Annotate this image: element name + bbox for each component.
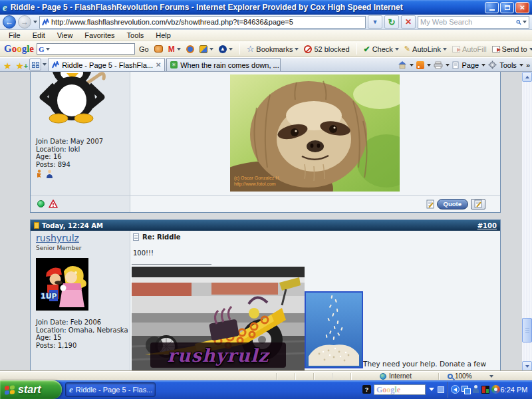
username-link[interactable]: rushyrulz (36, 233, 79, 243)
zoom-control[interactable]: 100% (440, 372, 493, 380)
quick-tabs-button[interactable] (29, 59, 41, 70)
tray-display-icon[interactable] (481, 386, 489, 394)
tray-messenger-icon[interactable] (472, 385, 479, 394)
toolbar-overflow-chevron[interactable]: » (526, 61, 530, 69)
address-field[interactable] (39, 16, 366, 29)
user-title: Senior Member (36, 245, 82, 251)
page-menu-button[interactable]: Page (462, 61, 479, 69)
taskbar-google-searchbox[interactable]: Google (374, 384, 426, 395)
tab-riddle[interactable]: Riddle - Page 5 - FlashFla... ✕ (48, 58, 165, 71)
print-dropdown-icon[interactable] (446, 64, 450, 66)
autolink-button[interactable]: ✎AutoLink (403, 45, 448, 53)
google-toolbar: Google G Go M ▲ ☆Bookmarks 52 blocked ✔C… (0, 41, 532, 57)
close-button[interactable]: ✕ (515, 2, 529, 13)
menu-view[interactable]: View (51, 31, 79, 40)
scroll-down-button[interactable] (522, 361, 532, 371)
address-dropdown-button[interactable]: ▼ (368, 15, 382, 29)
back-button[interactable]: ← (3, 15, 16, 29)
menu-file[interactable]: File (3, 31, 27, 40)
feeds-dropdown-icon[interactable] (427, 64, 431, 66)
sloth-image: (c) Oscar Gonzalez H. http://www.fotol.c… (230, 74, 400, 192)
popup-blocker-button[interactable]: 52 blocked (303, 45, 350, 53)
signature-banner-text: rushyrulz (150, 342, 286, 368)
page-dropdown-icon[interactable] (481, 64, 485, 66)
menu-favorites[interactable]: Favorites (78, 31, 120, 40)
tab-rain[interactable]: ✳ When the rain comes down, ... (166, 58, 281, 71)
stop-button[interactable]: ✕ (401, 15, 416, 29)
security-zone: Internet (352, 372, 438, 380)
google-search-box[interactable]: G (37, 43, 135, 55)
scroll-up-button[interactable] (522, 72, 532, 82)
page-viewport: Join Date: May 2007 Location: lokl Age: … (0, 72, 522, 371)
vertical-scrollbar[interactable] (522, 72, 532, 371)
post-subject: Re: Riddle (142, 233, 181, 241)
post-header: Today, 12:24 AM #100 (31, 220, 500, 231)
snail-icon (154, 45, 163, 53)
orbit-button[interactable] (185, 45, 196, 53)
post-user-cell: rushyrulz Senior Member (31, 231, 130, 371)
report-post-icon[interactable] (49, 200, 58, 208)
taskbar-button-riddle[interactable]: e Riddle - Page 5 - Flas... (65, 382, 156, 397)
web-search-input[interactable] (420, 18, 515, 26)
bookmarks-button[interactable]: ☆Bookmarks (245, 45, 301, 53)
sendto-button[interactable]: Send to (491, 45, 532, 53)
menu-tools[interactable]: Tools (121, 31, 150, 40)
zone-label: Internet (389, 372, 412, 380)
search-dropdown-icon[interactable] (523, 21, 527, 23)
google-search-dropdown-icon[interactable] (46, 48, 50, 51)
windows-flag-icon (5, 385, 15, 395)
scroll-thumb[interactable] (522, 318, 532, 342)
popout-button[interactable] (153, 45, 164, 53)
tools-dropdown-icon[interactable] (519, 64, 523, 66)
go-button[interactable]: Go (138, 45, 150, 53)
tools-menu-button[interactable]: Tools (499, 61, 517, 69)
globe-icon (380, 373, 386, 380)
restore-button[interactable] (500, 2, 514, 13)
feeds-icon[interactable] (416, 61, 424, 69)
menu-edit[interactable]: Edit (27, 31, 51, 40)
tab-close-icon[interactable]: ✕ (156, 61, 161, 68)
refresh-button[interactable]: ↻ (384, 15, 399, 29)
forward-button[interactable]: → (18, 15, 31, 29)
post-count: Posts: 1,190 (36, 342, 128, 350)
menu-help[interactable]: Help (150, 31, 177, 40)
spellcheck-button[interactable]: ✔Check (362, 45, 400, 54)
tray-network-icon[interactable] (462, 386, 470, 394)
post-user-details: Join Date: Feb 2006 Location: Omaha, Neb… (36, 319, 128, 349)
join-date: Join Date: Feb 2006 (36, 319, 128, 327)
restore-icon (505, 5, 510, 10)
orbit-icon (186, 45, 194, 53)
tray-back-arrow-icon[interactable] (451, 385, 460, 394)
age: Age: 15 (36, 334, 128, 342)
addons-button[interactable] (198, 45, 215, 53)
print-icon[interactable] (434, 61, 443, 69)
home-icon[interactable] (398, 61, 407, 69)
web-search-box[interactable] (418, 16, 529, 29)
search-magnifier-icon[interactable] (516, 19, 521, 26)
deskbar-dropdown-icon[interactable] (429, 388, 434, 391)
post-number-link[interactable]: #100 (477, 222, 497, 229)
bookmarks-dropdown-icon (295, 48, 299, 51)
toolbar-separator (356, 43, 357, 55)
aol-button[interactable]: ▲ (217, 45, 234, 53)
multiquote-button[interactable] (471, 199, 485, 209)
taskbar-clock[interactable]: 6:24 PM (497, 380, 531, 399)
favorites-center-button[interactable]: ★ (2, 61, 13, 71)
deskbar-button[interactable] (438, 386, 444, 393)
location: Location: Omaha, Nebraska (36, 327, 128, 334)
quote-button[interactable]: Quote (437, 199, 468, 209)
gmail-button[interactable]: M (167, 45, 182, 53)
google-search-input[interactable] (51, 44, 169, 54)
history-dropdown-icon[interactable] (33, 21, 37, 23)
start-button[interactable]: start (0, 380, 62, 399)
add-favorite-button[interactable]: ★ (15, 61, 29, 71)
zoom-dropdown-icon[interactable] (489, 375, 493, 378)
google-logo: Google (4, 44, 34, 54)
refresh-icon: ↻ (388, 18, 396, 27)
address-input[interactable] (51, 18, 363, 26)
deskbar-help-icon[interactable]: ? (362, 385, 371, 394)
tab-list-dropdown-icon[interactable] (43, 63, 47, 66)
home-dropdown-icon[interactable] (410, 64, 414, 66)
scroll-down-icon (525, 365, 529, 368)
minimize-button[interactable] (485, 2, 499, 13)
